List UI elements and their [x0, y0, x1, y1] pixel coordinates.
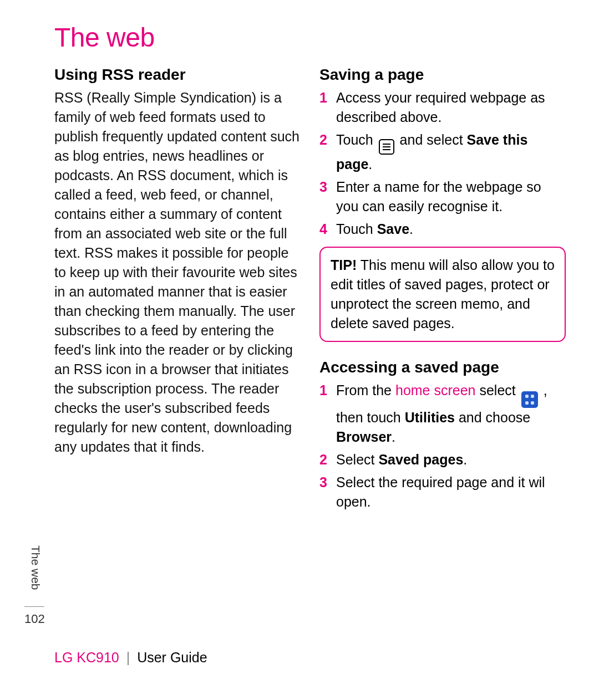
as2-bold: Saved pages — [378, 452, 463, 467]
rss-body: RSS (Really Simple Syndication) is a fam… — [54, 88, 301, 457]
step4-pre: Touch — [336, 221, 377, 237]
as1-bold2: Browser — [336, 429, 392, 444]
as2-pre: Select — [336, 452, 378, 467]
accessing-step-1: From the home screen select , then touch… — [319, 381, 566, 447]
as1-bold1: Utilities — [405, 410, 455, 425]
apps-icon — [521, 391, 538, 408]
left-column: Using RSS reader RSS (Really Simple Synd… — [54, 66, 301, 515]
as1-pink: home screen — [395, 382, 476, 398]
accessing-step-3: Select the required page and it wil open… — [319, 473, 566, 512]
side-section-label: The web — [29, 545, 42, 590]
footer-separator: | — [126, 650, 130, 665]
right-column: Saving a page Access your required webpa… — [319, 66, 566, 515]
as1-mid: select — [476, 382, 520, 398]
saving-heading: Saving a page — [319, 66, 566, 84]
footer-model: LG KC910 — [54, 650, 119, 665]
two-column-layout: Using RSS reader RSS (Really Simple Synd… — [54, 66, 566, 515]
step2-end: . — [368, 156, 372, 172]
as1-end: . — [392, 429, 395, 444]
tip-box: TIP! This menu will also allow you to ed… — [319, 247, 566, 342]
saving-step-3: Enter a name for the webpage so you can … — [319, 177, 566, 216]
footer-guide: User Guide — [137, 650, 207, 665]
page-content: The web Using RSS reader RSS (Really Sim… — [0, 0, 599, 700]
accessing-step-2: Select Saved pages. — [319, 450, 566, 469]
step4-bold: Save — [377, 221, 409, 237]
tip-label: TIP! — [331, 257, 357, 273]
step2-pre: Touch — [336, 132, 377, 147]
rss-heading: Using RSS reader — [54, 66, 301, 84]
saving-step-1: Access your required webpage as describe… — [319, 88, 566, 127]
as1-mid2: and choose — [455, 410, 530, 425]
accessing-steps: From the home screen select , then touch… — [319, 381, 566, 512]
as2-end: . — [463, 452, 467, 467]
step2-mid: and select — [396, 132, 467, 147]
step4-end: . — [409, 221, 413, 237]
as1-pre: From the — [336, 382, 395, 398]
saving-step-2: Touch and select Save this page. — [319, 130, 566, 174]
saving-step-4: Touch Save. — [319, 219, 566, 239]
saving-steps: Access your required webpage as describe… — [319, 88, 566, 239]
tip-text: This menu will also allow you to edit ti… — [331, 257, 555, 331]
page-title: The web — [54, 22, 566, 53]
footer: LG KC910 | User Guide — [54, 650, 207, 666]
accessing-heading: Accessing a saved page — [319, 359, 566, 376]
page-number: 102 — [24, 612, 45, 626]
menu-icon — [379, 139, 394, 155]
